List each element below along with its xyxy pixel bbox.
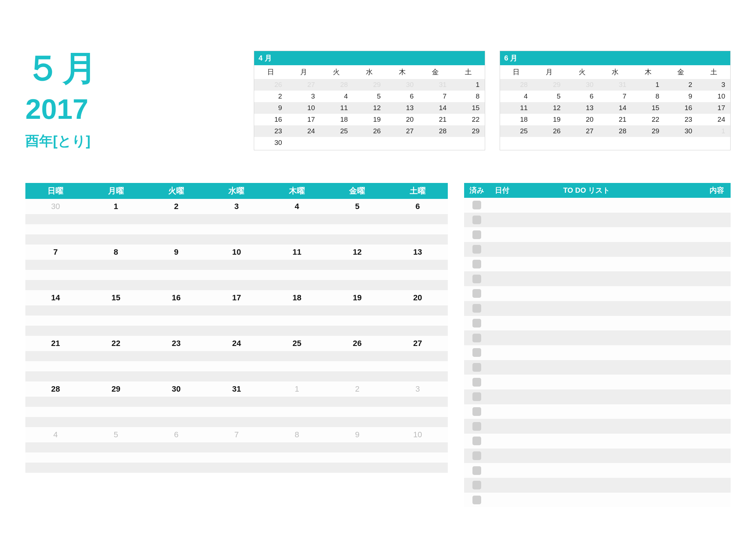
main-cal-day[interactable]: 4	[267, 199, 327, 214]
main-cal-day[interactable]: 8	[86, 245, 146, 260]
main-cal-slot[interactable]	[267, 417, 327, 427]
mini-cal-day[interactable]	[320, 137, 353, 149]
main-cal-slot[interactable]	[327, 463, 387, 473]
mini-cal-day[interactable]: 6	[386, 91, 419, 102]
main-cal-slot[interactable]	[206, 452, 267, 463]
main-cal-day[interactable]: 22	[86, 336, 146, 351]
mini-cal-day[interactable]	[386, 137, 419, 149]
todo-checkbox[interactable]	[472, 201, 481, 209]
main-cal-slot[interactable]	[327, 270, 387, 280]
mini-cal-day[interactable]: 6	[566, 91, 599, 102]
main-cal-slot[interactable]	[146, 234, 206, 245]
todo-checkbox[interactable]	[472, 289, 481, 298]
main-cal-slot[interactable]	[206, 305, 267, 316]
main-cal-day[interactable]: 24	[206, 336, 267, 351]
mini-cal-day[interactable]: 28	[419, 125, 452, 137]
main-cal-slot[interactable]	[206, 214, 267, 224]
mini-cal-day[interactable]: 30	[386, 79, 419, 91]
main-cal-slot[interactable]	[327, 214, 387, 224]
main-cal-day[interactable]: 6	[146, 427, 206, 442]
todo-checkbox[interactable]	[472, 363, 481, 372]
main-cal-slot[interactable]	[25, 407, 86, 417]
todo-checkbox[interactable]	[472, 304, 481, 313]
main-cal-slot[interactable]	[206, 280, 267, 290]
main-cal-slot[interactable]	[146, 361, 206, 371]
main-cal-slot[interactable]	[146, 463, 206, 473]
main-cal-slot[interactable]	[388, 361, 448, 371]
todo-checkbox[interactable]	[472, 334, 481, 342]
main-cal-slot[interactable]	[146, 397, 206, 407]
main-cal-slot[interactable]	[327, 417, 387, 427]
main-cal-slot[interactable]	[388, 224, 448, 234]
main-cal-day[interactable]: 2	[327, 381, 387, 397]
mini-cal-day[interactable]: 12	[353, 102, 386, 114]
mini-cal-day[interactable]: 20	[566, 114, 599, 125]
main-cal-slot[interactable]	[206, 326, 267, 336]
todo-checkbox[interactable]	[472, 437, 481, 445]
mini-cal-day[interactable]: 14	[419, 102, 452, 114]
mini-cal-day[interactable]: 30	[664, 125, 697, 137]
main-cal-slot[interactable]	[388, 214, 448, 224]
main-cal-slot[interactable]	[267, 234, 327, 245]
main-cal-slot[interactable]	[267, 260, 327, 270]
main-cal-day[interactable]: 11	[267, 245, 327, 260]
main-cal-slot[interactable]	[25, 397, 86, 407]
main-cal-day[interactable]: 7	[25, 245, 86, 260]
main-cal-slot[interactable]	[267, 305, 327, 316]
main-cal-slot[interactable]	[388, 280, 448, 290]
main-cal-slot[interactable]	[146, 417, 206, 427]
main-cal-slot[interactable]	[146, 351, 206, 361]
main-cal-slot[interactable]	[146, 326, 206, 336]
mini-cal-day[interactable]: 13	[386, 102, 419, 114]
main-cal-slot[interactable]	[86, 361, 146, 371]
main-cal-slot[interactable]	[388, 371, 448, 381]
mini-cal-day[interactable]: 17	[287, 114, 320, 125]
main-cal-slot[interactable]	[25, 452, 86, 463]
main-cal-day[interactable]: 30	[146, 381, 206, 397]
main-cal-slot[interactable]	[206, 417, 267, 427]
main-cal-slot[interactable]	[146, 442, 206, 452]
mini-cal-day[interactable]: 29	[533, 79, 566, 91]
main-cal-slot[interactable]	[327, 326, 387, 336]
todo-checkbox[interactable]	[472, 245, 481, 254]
mini-cal-day[interactable]: 25	[320, 125, 353, 137]
main-cal-day[interactable]: 12	[327, 245, 387, 260]
main-cal-slot[interactable]	[146, 305, 206, 316]
main-cal-slot[interactable]	[267, 214, 327, 224]
main-cal-slot[interactable]	[327, 361, 387, 371]
main-cal-slot[interactable]	[86, 280, 146, 290]
main-cal-day[interactable]: 1	[86, 199, 146, 214]
main-cal-slot[interactable]	[388, 463, 448, 473]
mini-cal-day[interactable]: 10	[697, 91, 730, 102]
mini-cal-day[interactable]: 24	[697, 114, 730, 125]
main-cal-slot[interactable]	[146, 316, 206, 326]
main-cal-slot[interactable]	[388, 234, 448, 245]
main-cal-slot[interactable]	[86, 224, 146, 234]
main-cal-slot[interactable]	[146, 452, 206, 463]
main-cal-day[interactable]: 10	[388, 427, 448, 442]
mini-cal-day[interactable]: 14	[599, 102, 632, 114]
mini-cal-day[interactable]	[419, 137, 452, 149]
main-cal-slot[interactable]	[146, 270, 206, 280]
main-cal-slot[interactable]	[86, 214, 146, 224]
main-cal-slot[interactable]	[388, 270, 448, 280]
mini-cal-day[interactable]: 28	[500, 79, 533, 91]
main-cal-slot[interactable]	[86, 417, 146, 427]
main-cal-day[interactable]: 5	[327, 199, 387, 214]
main-cal-slot[interactable]	[267, 371, 327, 381]
main-cal-slot[interactable]	[388, 260, 448, 270]
main-cal-day[interactable]: 18	[267, 290, 327, 305]
main-cal-slot[interactable]	[388, 397, 448, 407]
main-cal-slot[interactable]	[388, 305, 448, 316]
main-cal-slot[interactable]	[327, 224, 387, 234]
main-cal-slot[interactable]	[388, 442, 448, 452]
mini-cal-day[interactable]: 29	[632, 125, 665, 137]
mini-cal-day[interactable]: 27	[566, 125, 599, 137]
mini-cal-day[interactable]: 11	[500, 102, 533, 114]
main-cal-day[interactable]: 7	[206, 427, 267, 442]
main-cal-slot[interactable]	[25, 371, 86, 381]
main-cal-slot[interactable]	[267, 407, 327, 417]
main-cal-slot[interactable]	[206, 463, 267, 473]
mini-cal-day[interactable]: 31	[599, 79, 632, 91]
mini-cal-day[interactable]: 2	[664, 79, 697, 91]
